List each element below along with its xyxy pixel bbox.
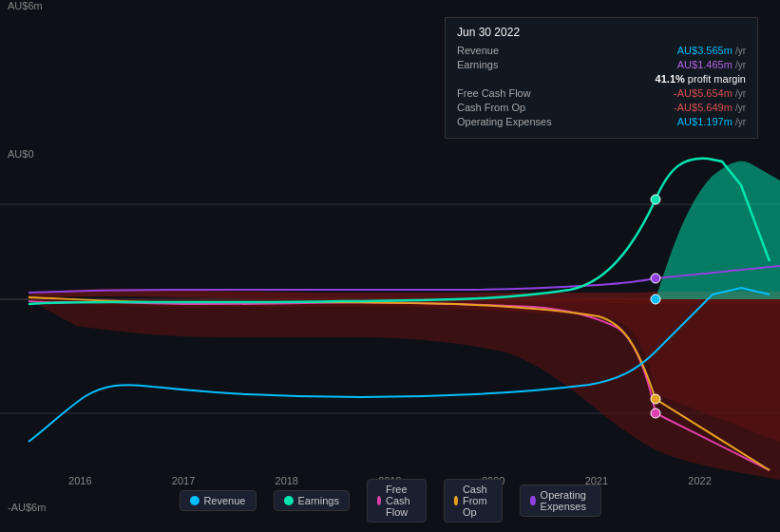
tooltip-row-fcf: Free Cash Flow -AU$5.654m /yr [457, 87, 746, 99]
legend-opex[interactable]: Operating Expenses [520, 484, 600, 517]
x-label-2016: 2016 [68, 475, 91, 486]
revenue-dot [189, 496, 199, 505]
earnings-value: AU$1.465m /yr [677, 59, 746, 70]
y-label-neg: -AU$6m [8, 502, 46, 513]
y-label-top: AU$6m [8, 0, 43, 11]
legend-fcf[interactable]: Free Cash Flow [367, 479, 427, 522]
svg-point-7 [651, 408, 660, 418]
chart-legend: Revenue Earnings Free Cash Flow Cash Fro… [179, 479, 600, 522]
legend-cfo-label: Cash From Op [463, 484, 492, 518]
legend-revenue-label: Revenue [203, 495, 245, 506]
legend-fcf-label: Free Cash Flow [386, 484, 416, 518]
revenue-value: AU$3.565m /yr [677, 45, 746, 56]
cfo-value: -AU$5.649m /yr [674, 102, 746, 113]
cfo-dot [454, 496, 458, 505]
tooltip-row-revenue: Revenue AU$3.565m /yr [457, 45, 746, 56]
earnings-label: Earnings [457, 59, 498, 70]
fcf-value: -AU$5.654m /yr [674, 87, 746, 99]
margin-value: 41.1% profit margin [656, 73, 746, 85]
tooltip-row-opex: Operating Expenses AU$1.197m /yr [457, 116, 746, 127]
tooltip-date: Jun 30 2022 [457, 26, 746, 39]
tooltip-card: Jun 30 2022 Revenue AU$3.565m /yr Earnin… [445, 17, 758, 139]
svg-point-5 [651, 195, 660, 204]
tooltip-row-margin: 41.1% profit margin [457, 73, 746, 85]
legend-cfo[interactable]: Cash From Op [444, 479, 504, 522]
opex-label: Operating Expenses [457, 116, 552, 127]
cfo-label: Cash From Op [457, 102, 525, 113]
fcf-dot [377, 496, 381, 505]
opex-dot [530, 496, 535, 505]
chart-svg [0, 147, 780, 489]
fcf-label: Free Cash Flow [457, 87, 531, 99]
legend-opex-label: Operating Expenses [541, 489, 591, 512]
opex-value: AU$1.197m /yr [677, 116, 746, 127]
legend-revenue[interactable]: Revenue [179, 490, 256, 511]
revenue-label: Revenue [457, 45, 499, 56]
legend-earnings[interactable]: Earnings [273, 490, 349, 511]
legend-earnings-label: Earnings [297, 495, 338, 506]
svg-point-4 [651, 294, 660, 304]
tooltip-row-earnings: Earnings AU$1.465m /yr [457, 59, 746, 70]
earnings-dot [283, 496, 293, 505]
svg-point-8 [651, 394, 660, 404]
svg-point-6 [651, 274, 660, 283]
x-label-2022: 2022 [688, 475, 711, 486]
tooltip-row-cfo: Cash From Op -AU$5.649m /yr [457, 102, 746, 113]
